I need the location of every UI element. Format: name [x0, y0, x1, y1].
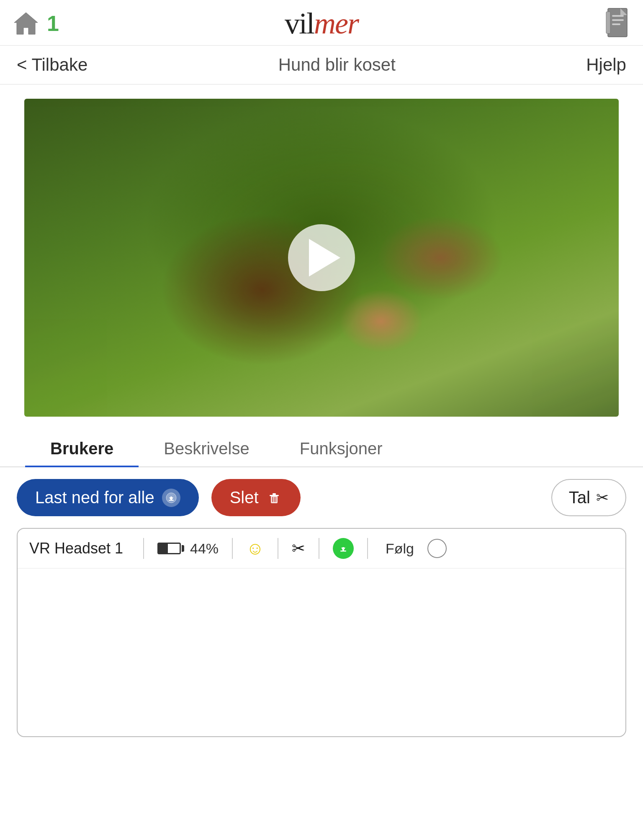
svg-rect-4	[612, 19, 624, 21]
home-button[interactable]	[13, 10, 39, 37]
svg-rect-18	[342, 547, 344, 551]
user-list: VR Headset 1 44% ☺ ✂ Følg	[17, 528, 626, 737]
delete-button[interactable]: Slet	[211, 479, 301, 516]
separator4	[319, 538, 319, 559]
badge-count: 1	[47, 13, 59, 34]
svg-rect-9	[170, 497, 172, 500]
separator	[143, 538, 144, 559]
home-icon	[13, 10, 39, 37]
battery-indicator: 44%	[157, 540, 219, 557]
separator5	[367, 538, 368, 559]
notebook-icon	[604, 8, 630, 38]
separator3	[278, 538, 278, 559]
tab-brukere[interactable]: Brukere	[25, 431, 139, 467]
svg-rect-3	[612, 15, 624, 17]
table-row: VR Headset 1 44% ☺ ✂ Følg	[18, 529, 625, 569]
tabs-bar: Brukere Beskrivelse Funksjoner	[0, 431, 643, 467]
svg-rect-2	[606, 12, 610, 33]
top-bar-left: 1	[13, 10, 59, 37]
tab-funksjoner[interactable]: Funksjoner	[275, 431, 408, 467]
scissors2-icon[interactable]: ✂	[292, 539, 305, 558]
logo-mer: mer	[314, 7, 358, 40]
svg-rect-19	[340, 551, 346, 552]
download-all-button[interactable]: Last ned for alle	[17, 479, 199, 516]
play-icon	[309, 239, 340, 277]
scissors-icon: ✂	[596, 489, 609, 507]
logo-vil: vil	[285, 7, 314, 40]
delete-label: Slet	[230, 488, 259, 507]
battery-percent: 44%	[190, 540, 219, 557]
svg-rect-5	[612, 23, 620, 25]
play-button[interactable]	[288, 224, 355, 291]
action-row: Last ned for alle Slet Tal ✂	[0, 467, 643, 528]
user-name: VR Headset 1	[29, 540, 130, 557]
trash-icon	[266, 490, 282, 506]
page-title: Hund blir koset	[278, 55, 396, 75]
download-arrow-icon	[166, 492, 177, 503]
back-button[interactable]: < Tilbake	[17, 55, 87, 75]
tab-beskrivelse[interactable]: Beskrivelse	[139, 431, 275, 467]
tal-button[interactable]: Tal ✂	[551, 479, 626, 516]
svg-marker-0	[14, 13, 38, 34]
svg-rect-13	[273, 493, 276, 495]
svg-rect-12	[270, 495, 279, 496]
download-all-label: Last ned for alle	[35, 488, 154, 507]
download-circle-icon	[338, 543, 349, 554]
separator2	[232, 538, 233, 559]
download-circle-button[interactable]	[333, 538, 354, 559]
battery-icon	[157, 543, 184, 554]
video-player[interactable]	[24, 99, 619, 417]
nav-bar: < Tilbake Hund blir koset Hjelp	[0, 46, 643, 85]
help-button[interactable]: Hjelp	[586, 55, 626, 75]
follow-label: Følg	[386, 540, 414, 557]
smiley-icon[interactable]: ☺	[246, 538, 264, 558]
download-icon	[162, 489, 180, 507]
svg-rect-10	[169, 500, 174, 501]
tal-label: Tal	[569, 488, 590, 507]
logo: vilmer	[285, 6, 358, 41]
follow-button[interactable]	[427, 539, 447, 558]
notebook-button[interactable]	[604, 8, 630, 39]
top-bar: 1 vilmer	[0, 0, 643, 46]
